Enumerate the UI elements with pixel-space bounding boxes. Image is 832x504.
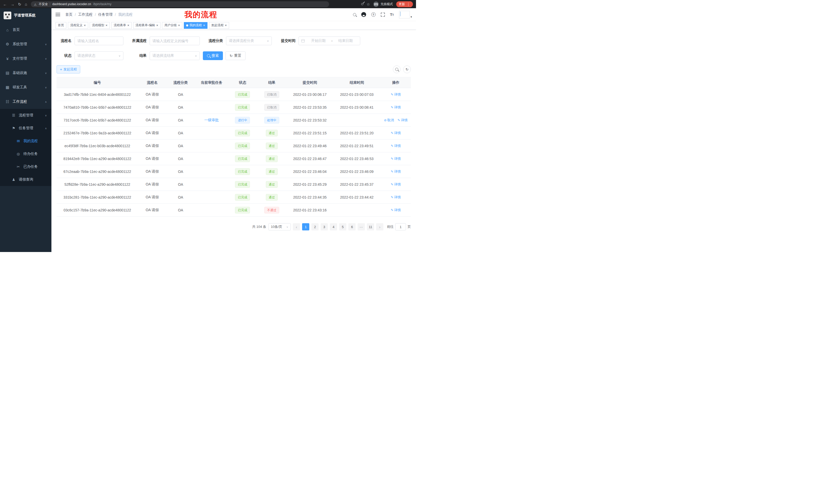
process-name-input[interactable] <box>75 36 123 45</box>
caret-down-icon[interactable] <box>411 15 412 19</box>
eye-icon: ◎ <box>16 152 21 156</box>
page-button[interactable]: 1 <box>302 223 309 230</box>
current-task-link[interactable]: 一级审批 <box>204 118 219 122</box>
user-avatar[interactable] <box>399 11 412 19</box>
result-badge: 通过 <box>266 156 278 162</box>
detail-action[interactable]: 详情 <box>391 105 401 110</box>
help-icon[interactable] <box>371 12 375 17</box>
process-id-cell: 331bc281-7b9a-11ec-a290-acde48001122 <box>57 191 138 204</box>
create-process-button[interactable]: 发起流程 <box>57 65 80 74</box>
reload-icon[interactable] <box>18 2 21 6</box>
sidebar-subitem[interactable]: ♟ 请假查询 <box>0 173 51 186</box>
search-icon <box>395 68 398 71</box>
detail-action[interactable]: 详情 <box>391 195 401 200</box>
page-size-select[interactable]: 10条/页 <box>268 223 291 230</box>
end-time-cell <box>333 114 381 127</box>
tab[interactable]: 流程表单 <box>111 22 132 29</box>
end-time-cell: 2022-01-23 00:08:41 <box>333 101 381 114</box>
sidebar-subitem-label: 任务管理 <box>19 126 33 131</box>
sidebar-item[interactable]: ▤ 基础设施 ∨ <box>0 66 51 80</box>
page-button[interactable]: 3 <box>321 223 328 230</box>
page-button[interactable]: 11 <box>367 223 374 230</box>
github-icon[interactable] <box>361 12 366 17</box>
back-icon[interactable] <box>3 2 7 6</box>
detail-action[interactable]: 详情 <box>391 144 401 148</box>
fullscreen-icon[interactable] <box>381 12 385 17</box>
bookmark-star-icon[interactable] <box>367 2 370 6</box>
next-page-button[interactable] <box>376 223 383 230</box>
table-row: 331bc281-7b9a-11ec-a290-acde48001122 OA … <box>57 191 411 204</box>
reset-button[interactable]: 重置 <box>226 51 245 60</box>
tab[interactable]: 发起流程 <box>209 22 229 29</box>
close-icon[interactable] <box>106 24 108 27</box>
close-icon[interactable] <box>178 24 180 27</box>
search-icon[interactable] <box>353 13 356 16</box>
status-select[interactable]: 请选择状态 <box>75 51 123 60</box>
close-icon[interactable] <box>84 24 86 27</box>
process-def-input[interactable] <box>150 36 200 45</box>
tab[interactable]: 流程模型 <box>90 22 110 29</box>
font-size-icon[interactable]: TT <box>390 12 394 17</box>
column-header: 流程名 <box>138 77 166 88</box>
menu-dots-icon[interactable] <box>407 2 410 6</box>
result-select[interactable]: 请选择流结果 <box>150 51 200 60</box>
detail-action[interactable]: 详情 <box>391 182 401 187</box>
category-cell: OA <box>166 152 194 165</box>
page-button[interactable]: 6 <box>348 223 356 230</box>
update-button[interactable]: 更新 <box>396 1 413 7</box>
url-host: dashboard.yudao.iocoder.cn <box>52 2 91 6</box>
sidebar-item[interactable]: ⚙ 系统管理 ∨ <box>0 37 51 51</box>
sidebar-subitem[interactable]: ⚑ 任务管理 ∧ <box>0 122 51 135</box>
hamburger-icon[interactable] <box>55 13 60 16</box>
breadcrumb-item[interactable]: / 首页 <box>65 12 73 17</box>
close-icon[interactable] <box>156 24 158 27</box>
process-id-cell: 03c6c157-7b9a-11ec-a290-acde48001122 <box>57 204 138 217</box>
tab[interactable]: 首页 <box>55 22 66 29</box>
cancel-action[interactable]: 取消 <box>384 118 394 122</box>
sidebar-item[interactable]: ☷ 工作流程 ∧ <box>0 94 51 109</box>
date-range-picker[interactable]: 开始日期 - 结束日期 <box>298 36 360 45</box>
breadcrumb-item[interactable]: / 我的流程 <box>113 12 133 17</box>
detail-action[interactable]: 详情 <box>391 208 401 213</box>
key-icon[interactable] <box>361 3 364 5</box>
sidebar-item[interactable]: ¥ 支付管理 ∨ <box>0 51 51 66</box>
page-button[interactable]: ··· <box>358 223 365 230</box>
close-icon[interactable] <box>127 24 129 27</box>
toolbar-search-button[interactable] <box>393 65 400 73</box>
prev-page-button[interactable] <box>293 223 300 230</box>
sidebar-item[interactable]: ⌂ 首页 <box>0 23 51 37</box>
sidebar-item[interactable]: ▦ 研发工具 ∨ <box>0 80 51 94</box>
sidebar-subitem[interactable]: ◎ 待办任务 <box>0 147 51 160</box>
detail-action[interactable]: 详情 <box>397 118 408 122</box>
tab[interactable]: 我的流程 <box>184 22 207 29</box>
page-button[interactable]: 5 <box>339 223 346 230</box>
tab[interactable]: 流程定义 <box>68 22 88 29</box>
home-icon[interactable] <box>25 2 27 6</box>
close-icon[interactable] <box>225 24 227 27</box>
page-button[interactable]: 4 <box>330 223 337 230</box>
breadcrumb-item[interactable]: / 工作流程 <box>73 12 93 17</box>
gear-icon: ⚙ <box>5 42 10 47</box>
detail-action[interactable]: 详情 <box>391 92 401 97</box>
breadcrumb-item[interactable]: / 任务管理 <box>93 12 113 17</box>
sidebar-subitem[interactable]: ✂ 已办任务 <box>0 160 51 173</box>
incognito-icon <box>373 2 379 7</box>
address-bar[interactable]: 不安全 dashboard.yudao.iocoder.cn/bpm/task/… <box>31 1 329 7</box>
tab[interactable]: 流程表单-编辑 <box>133 22 161 29</box>
detail-action[interactable]: 详情 <box>391 131 401 135</box>
forward-icon[interactable] <box>10 2 15 6</box>
category-select[interactable]: 请选择流程分类 <box>226 36 272 45</box>
status-badge: 已完成 <box>235 194 250 201</box>
submit-time-cell: 2022-01-22 23:46:04 <box>287 165 333 178</box>
goto-page-input[interactable] <box>395 223 406 230</box>
search-button[interactable]: 搜索 <box>203 51 223 60</box>
page-button[interactable]: 2 <box>311 223 318 230</box>
column-header: 结果 <box>257 77 287 88</box>
toolbar-refresh-button[interactable] <box>403 65 411 73</box>
tab[interactable]: 用户分组 <box>162 22 182 29</box>
close-icon[interactable] <box>203 24 205 27</box>
sidebar-subitem[interactable]: ✉ 我的流程 <box>0 135 51 147</box>
detail-action[interactable]: 详情 <box>391 169 401 174</box>
detail-action[interactable]: 详情 <box>391 157 401 161</box>
sidebar-subitem[interactable]: ☰ 流程管理 ∨ <box>0 109 51 122</box>
